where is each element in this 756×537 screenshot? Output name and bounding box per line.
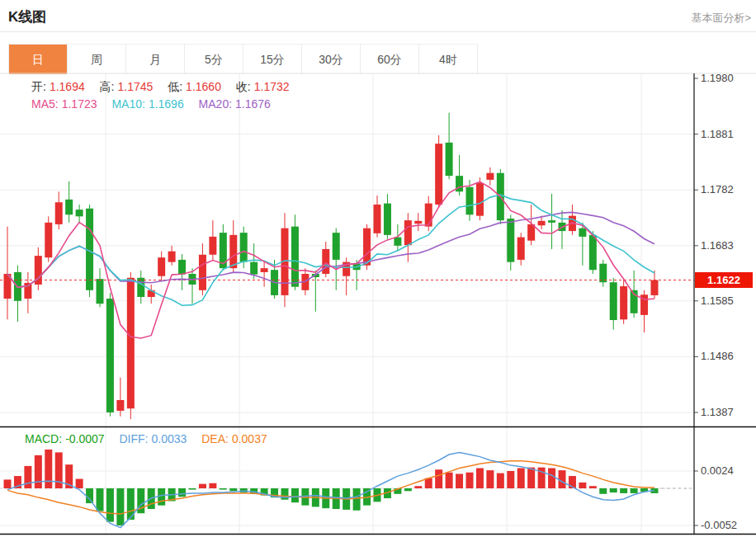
ma10-label: MA10: — [111, 97, 144, 111]
macd-bar-positive — [24, 466, 31, 488]
candle-up — [414, 221, 422, 224]
macd-bar-negative — [229, 488, 237, 491]
y-axis-label: 1.1486 — [701, 350, 734, 362]
diff-label: DIFF: — [120, 432, 149, 445]
macd-bar-positive — [548, 469, 555, 488]
y-axis-label: 1.1683 — [701, 239, 734, 252]
macd-bar-negative — [158, 488, 165, 506]
ma5-line — [7, 181, 654, 338]
candle-down — [507, 219, 514, 262]
y-axis-label: 1.1782 — [701, 183, 734, 195]
macd-bar-negative — [106, 488, 114, 522]
macd-bar-negative — [220, 488, 227, 490]
low-label: 低: — [168, 80, 182, 93]
candle-up — [45, 223, 52, 257]
candle-up — [229, 235, 237, 268]
ohlc-legend: 开:1.1694 高:1.1745 低:1.1660 收:1.1732 — [31, 80, 293, 95]
candle-down — [137, 278, 144, 297]
candle-up — [486, 173, 494, 180]
candle-up — [476, 183, 484, 216]
candle-down — [76, 210, 83, 216]
candle-down — [466, 187, 474, 214]
close-label: 收: — [236, 80, 251, 93]
macd-bar-negative — [404, 488, 412, 491]
macd-bar-positive — [45, 450, 52, 488]
diff-value: 0.0033 — [152, 432, 187, 445]
candle-up — [168, 252, 176, 262]
candle-up — [620, 286, 627, 319]
y-axis-label: 1.1881 — [701, 128, 734, 140]
ma20-value: 1.1676 — [235, 97, 271, 111]
candle-down — [548, 220, 555, 223]
candle-down — [240, 233, 248, 262]
y-axis-label: 1.1585 — [701, 294, 734, 307]
macd-bar-positive — [76, 479, 83, 488]
macd-value: -0.0007 — [65, 432, 104, 445]
candle-up — [425, 204, 432, 227]
open-label: 开: — [31, 80, 46, 93]
macd-bar-positive — [579, 483, 586, 488]
macd-label: MACD: — [25, 432, 62, 445]
y-axis-label: 1.1387 — [701, 406, 734, 418]
macd-bar-positive — [589, 486, 597, 488]
candle-down — [610, 282, 617, 320]
macd-bar-positive — [476, 469, 484, 488]
high-value: 1.1745 — [118, 80, 154, 93]
ma10-line — [7, 195, 654, 305]
macd-bar-positive — [517, 469, 525, 488]
macd-bar-positive — [199, 484, 206, 488]
candle-down — [384, 204, 391, 235]
macd-axis-label: 0.0024 — [701, 464, 734, 477]
kline-widget: K线图 基本面分析> 日周月5分15分30分60分4时 1.19801.1881… — [0, 0, 756, 537]
macd-bar-positive — [414, 486, 422, 488]
macd-legend: MACD:-0.0007 DIFF:0.0033 DEA:0.0037 — [25, 432, 271, 445]
candle-down — [65, 200, 73, 214]
macd-bar-positive — [507, 471, 514, 488]
dea-line — [7, 461, 654, 514]
candle-up — [116, 400, 124, 411]
candle-up — [374, 205, 381, 233]
open-value: 1.1694 — [50, 80, 85, 93]
ma5-label: MA5: — [31, 97, 59, 111]
candle-up — [127, 278, 135, 408]
candle-down — [106, 299, 114, 412]
macd-bar-positive — [466, 473, 474, 488]
candle-down — [178, 260, 186, 275]
candle-up — [527, 224, 535, 241]
macd-bar-positive — [527, 468, 535, 488]
ma-legend: MA5:1.1723 MA10:1.1696 MA20:1.1676 — [31, 97, 274, 111]
candle-down — [97, 279, 104, 304]
candle-down — [333, 233, 340, 260]
ma20-line — [7, 212, 654, 287]
candle-up — [199, 255, 206, 290]
macd-bar-positive — [456, 473, 463, 488]
ma20-label: MA20: — [199, 97, 232, 111]
candle-down — [599, 264, 607, 283]
macd-bar-negative — [240, 488, 248, 492]
macd-bar-positive — [35, 455, 42, 488]
macd-bar-negative — [620, 488, 627, 493]
candle-down — [589, 235, 597, 270]
candle-up — [158, 257, 165, 276]
macd-bar-positive — [435, 469, 442, 488]
macd-bar-negative — [599, 488, 607, 494]
candle-up — [435, 144, 442, 205]
macd-bar-negative — [631, 488, 638, 493]
macd-bar-positive — [209, 483, 216, 488]
candle-up — [404, 220, 412, 245]
macd-bar-negative — [189, 488, 196, 490]
macd-axis-label: -0.0052 — [701, 519, 737, 531]
candle-down — [579, 228, 586, 237]
diff-line — [7, 452, 654, 527]
candle-up — [363, 228, 371, 266]
macd-bar-negative — [116, 488, 124, 525]
candle-up — [322, 249, 329, 274]
dea-value: 0.0037 — [232, 432, 267, 445]
candle-down — [250, 262, 258, 275]
macd-bar-positive — [497, 473, 504, 488]
candle-up — [209, 237, 216, 255]
macd-bar-positive — [446, 473, 453, 488]
low-value: 1.1660 — [186, 80, 221, 93]
candle-up — [538, 221, 546, 225]
close-value: 1.1732 — [254, 80, 290, 93]
